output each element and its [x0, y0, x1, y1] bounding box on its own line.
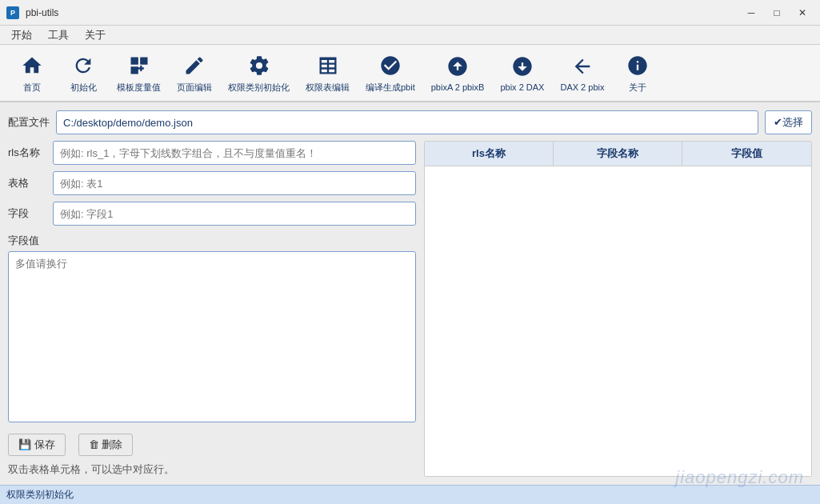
menu-tools[interactable]: 工具	[40, 26, 77, 44]
toolbar-template[interactable]: 模板度量值	[109, 47, 169, 98]
left-panel: rls名称 表格 字段 字段值 💾 保存 �	[8, 141, 416, 477]
config-row: 配置文件 ✔选择	[8, 110, 812, 134]
table-input[interactable]	[53, 171, 416, 195]
config-label: 配置文件	[8, 115, 50, 130]
toolbar-home-label: 首页	[23, 82, 41, 94]
table-col-field-name: 字段名称	[554, 142, 682, 166]
refresh-icon	[70, 53, 96, 78]
toolbar-dax2pbix[interactable]: DAX 2 pbix	[552, 47, 612, 98]
toolbar-compile-label: 编译生成pbit	[366, 82, 415, 94]
field-label: 字段	[8, 206, 46, 221]
hint-text: 双击表格单元格，可以选中对应行。	[8, 462, 416, 477]
rls-name-label: rls名称	[8, 146, 46, 160]
two-col-layout: rls名称 表格 字段 字段值 💾 保存 �	[8, 141, 812, 477]
toolbar-pbix2b[interactable]: pbixA 2 pbixB	[423, 47, 493, 98]
select-button[interactable]: ✔选择	[765, 110, 812, 134]
info-icon	[625, 53, 650, 78]
field-row: 字段	[8, 202, 416, 226]
menu-bar: 开始 工具 关于	[0, 26, 820, 45]
minimize-button[interactable]: ─	[740, 3, 762, 22]
toolbar-about-label: 关于	[629, 82, 646, 94]
toolbar-pbix2b-label: pbixA 2 pbixB	[431, 82, 485, 92]
toolbar-init[interactable]: 初始化	[58, 47, 109, 98]
toolbar-compile[interactable]: 编译生成pbit	[358, 47, 423, 98]
maximize-button[interactable]: □	[766, 3, 788, 22]
main-content: 配置文件 ✔选择 rls名称 表格 字段 字段值	[0, 102, 820, 485]
window-controls: ─ □ ✕	[740, 3, 814, 22]
toolbar-init-label: 初始化	[70, 82, 97, 94]
settings-icon	[246, 53, 272, 78]
table-icon	[315, 53, 341, 78]
bottom-bar: 💾 保存 🗑 删除	[8, 429, 416, 456]
config-input[interactable]	[56, 110, 758, 134]
menu-start[interactable]: 开始	[3, 26, 40, 44]
edit-icon	[182, 53, 207, 78]
close-button[interactable]: ✕	[791, 3, 814, 22]
status-bar: 权限类别初始化	[0, 485, 820, 504]
save-button[interactable]: 💾 保存	[8, 434, 66, 456]
toolbar-rls-init-label: 权限类别初始化	[228, 82, 290, 94]
table-col-rls: rls名称	[425, 142, 554, 166]
toolbar-rls-table[interactable]: 权限表编辑	[298, 47, 358, 98]
toolbar-about[interactable]: 关于	[612, 47, 663, 98]
toolbar-pbix2dax[interactable]: pbix 2 DAX	[492, 47, 552, 98]
toolbar-page-edit[interactable]: 页面编辑	[169, 47, 220, 98]
right-panel: rls名称 字段名称 字段值	[424, 141, 812, 477]
template-icon	[126, 53, 152, 78]
check-circle-icon	[378, 53, 403, 78]
table-col-field-value: 字段值	[682, 142, 811, 166]
delete-button[interactable]: 🗑 删除	[78, 434, 134, 456]
toolbar-rls-init[interactable]: 权限类别初始化	[220, 47, 298, 98]
arrow-left-icon	[570, 54, 595, 79]
arrow-down-icon	[510, 54, 535, 79]
toolbar-home[interactable]: 首页	[6, 47, 58, 98]
app-icon: P	[6, 6, 19, 19]
table-label: 表格	[8, 176, 46, 190]
field-value-section: 字段值	[8, 232, 416, 422]
window-title: pbi-utils	[26, 7, 58, 18]
bottom-left-actions: 💾 保存 🗑 删除	[8, 434, 416, 456]
status-text: 权限类别初始化	[6, 488, 74, 502]
home-icon	[19, 53, 45, 78]
table-body	[425, 166, 811, 476]
toolbar-template-label: 模板度量值	[117, 82, 161, 94]
toolbar-pbix2dax-label: pbix 2 DAX	[500, 82, 544, 92]
menu-about[interactable]: 关于	[77, 26, 114, 44]
title-bar-left: P pbi-utils	[6, 6, 58, 19]
table-header: rls名称 字段名称 字段值	[425, 142, 811, 166]
title-bar: P pbi-utils ─ □ ✕	[0, 0, 820, 26]
field-input[interactable]	[53, 202, 416, 226]
toolbar-page-edit-label: 页面编辑	[177, 82, 212, 94]
field-value-textarea[interactable]	[8, 251, 416, 422]
toolbar: 首页 初始化 模板度量值 页面编辑 权限类别初始化 权限表编辑	[0, 45, 820, 102]
toolbar-dax2pbix-label: DAX 2 pbix	[560, 82, 604, 92]
field-value-label: 字段值	[8, 234, 416, 248]
rls-name-row: rls名称	[8, 141, 416, 165]
table-row: 表格	[8, 171, 416, 195]
rls-name-input[interactable]	[53, 141, 416, 165]
toolbar-rls-table-label: 权限表编辑	[306, 82, 350, 94]
arrow-up-icon	[445, 54, 470, 79]
